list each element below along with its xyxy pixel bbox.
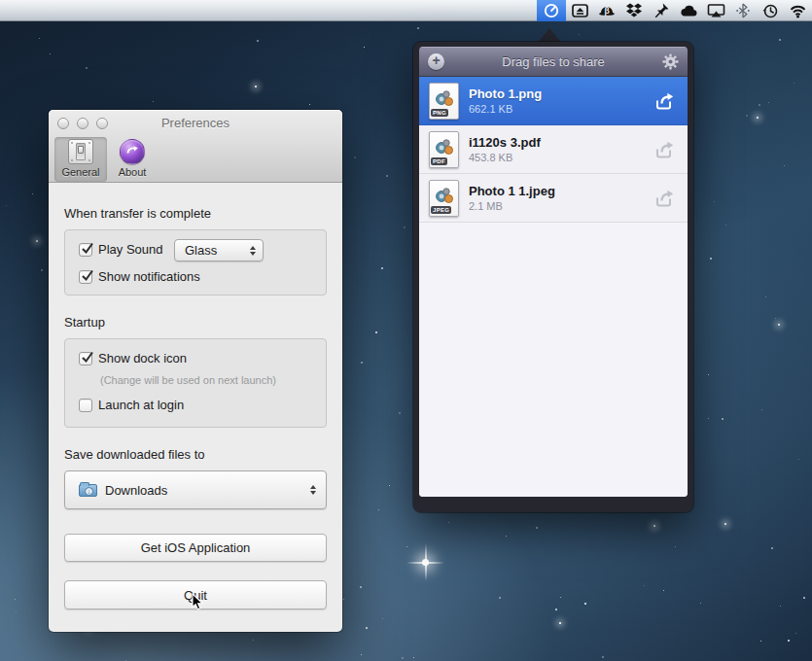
tab-general[interactable]: General xyxy=(54,137,107,182)
downloads-folder-icon: ↓ xyxy=(79,484,97,497)
file-size: 2.1 MB xyxy=(469,199,653,213)
svg-text:β: β xyxy=(604,6,609,16)
file-row-i1120s-3-pdf[interactable]: PDF i1120s 3.pdf 453.8 KB xyxy=(419,125,688,174)
file-size: 453.8 KB xyxy=(469,151,653,164)
popover-title: Drag files to share xyxy=(444,54,662,69)
share-icon[interactable] xyxy=(653,91,676,111)
file-list-empty-area xyxy=(419,223,688,497)
file-size: 662.1 KB xyxy=(469,102,653,116)
stepper-arrows-icon xyxy=(310,485,316,495)
airplay-icon[interactable] xyxy=(702,0,729,21)
cloud-icon[interactable] xyxy=(675,0,702,21)
preferences-window: Preferences General About When transfer … xyxy=(49,110,342,632)
section-label-save: Save downloaded files to xyxy=(64,447,205,462)
file-name: Photo 1.png xyxy=(469,87,653,102)
stepper-arrows-icon xyxy=(250,246,256,256)
file-row-photo-1-1-jpeg[interactable]: JPEG Photo 1 1.jpeg 2.1 MB xyxy=(419,174,688,223)
add-file-button[interactable]: + xyxy=(428,53,444,70)
file-name: i1120s 3.pdf xyxy=(469,135,653,151)
file-name: Photo 1 1.jpeg xyxy=(469,184,653,199)
section-label-transfer: When transfer is complete xyxy=(64,206,211,221)
window-header[interactable]: Preferences General About xyxy=(49,110,342,183)
popover-header: + Drag files to share xyxy=(419,47,688,77)
dropbox-icon[interactable] xyxy=(620,0,648,21)
time-machine-icon[interactable] xyxy=(757,0,784,21)
app-timer-icon[interactable] xyxy=(537,0,566,21)
startup-groupbox: Show dock icon (Change will be used on n… xyxy=(64,338,327,428)
sound-select[interactable]: Glass xyxy=(174,239,264,261)
show-notifications-checkbox[interactable] xyxy=(79,270,92,284)
file-list: PNG Photo 1.png 662.1 KB xyxy=(419,77,688,497)
get-ios-application-button[interactable]: Get iOS Application xyxy=(64,534,327,562)
share-icon[interactable] xyxy=(653,140,676,159)
popover-panel: + Drag files to share xyxy=(413,42,693,512)
section-label-startup: Startup xyxy=(64,315,105,330)
bluetooth-icon[interactable] xyxy=(729,0,757,21)
bright-star xyxy=(422,559,429,566)
file-row-photo-1-png[interactable]: PNG Photo 1.png 662.1 KB xyxy=(419,77,688,125)
show-dock-icon-label: Show dock icon xyxy=(98,351,187,365)
pushpin-icon[interactable] xyxy=(648,0,675,21)
preferences-content: When transfer is complete Play Sound Gla… xyxy=(49,183,342,632)
launch-at-login-checkbox[interactable] xyxy=(79,399,92,412)
window-title: Preferences xyxy=(49,116,342,130)
show-notifications-label: Show notifications xyxy=(98,269,200,284)
play-sound-label: Play Sound xyxy=(98,242,163,257)
tab-about[interactable]: About xyxy=(109,137,156,182)
launch-at-login-label: Launch at login xyxy=(98,398,184,412)
dock-icon-note: (Change will be used on next launch) xyxy=(100,374,276,386)
about-app-icon xyxy=(120,139,145,164)
transfer-groupbox: Play Sound Glass Show notifications xyxy=(64,229,327,296)
save-location-select[interactable]: ↓ Downloads xyxy=(64,470,327,509)
show-dock-icon-checkbox[interactable] xyxy=(79,352,92,365)
menu-bar: β xyxy=(0,0,812,21)
play-sound-checkbox[interactable] xyxy=(79,243,92,257)
wifi-icon[interactable] xyxy=(784,0,811,21)
png-file-icon: PNG xyxy=(429,83,459,120)
beta-icon[interactable]: β xyxy=(593,0,620,21)
menu-bar-status-icons: β xyxy=(537,0,811,21)
pdf-file-icon: PDF xyxy=(429,131,459,168)
eject-box-icon[interactable] xyxy=(566,0,593,21)
share-icon[interactable] xyxy=(653,189,676,208)
general-switch-icon xyxy=(68,139,93,164)
jpeg-file-icon: JPEG xyxy=(429,180,459,217)
gear-icon[interactable] xyxy=(662,53,679,70)
mouse-cursor xyxy=(192,593,204,615)
